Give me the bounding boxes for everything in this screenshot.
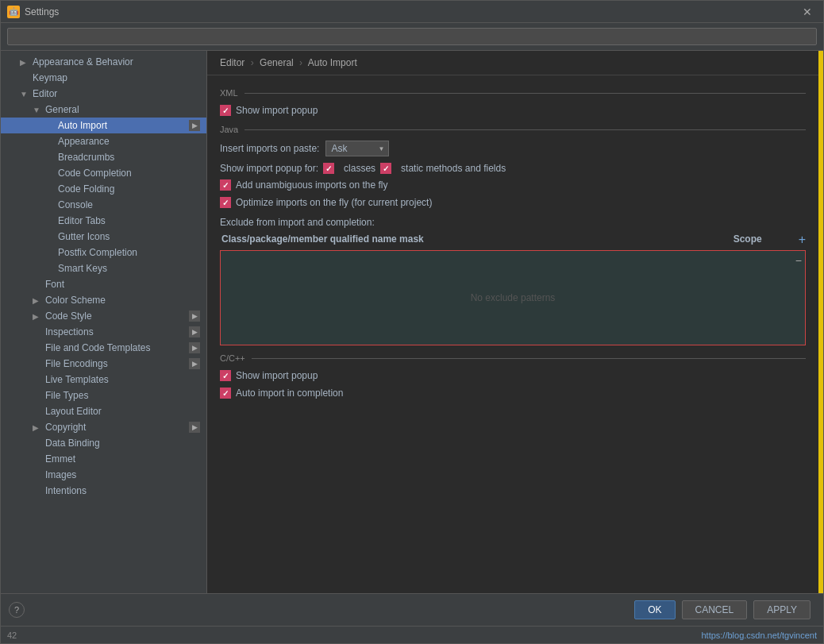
scrollbar-accent <box>818 51 823 593</box>
sidebar-item-label: Gutter Icons <box>58 231 110 242</box>
sidebar-item-auto-import[interactable]: Auto Import ▶ <box>1 118 206 133</box>
sidebar-item-label: Font <box>45 279 64 290</box>
sidebar-item-inspections[interactable]: Inspections ▶ <box>1 324 206 340</box>
sidebar-item-general[interactable]: General <box>1 102 206 118</box>
exclude-add-button[interactable]: + <box>799 233 806 247</box>
cpp-section-header: C/C++ <box>220 353 806 363</box>
sidebar-item-console[interactable]: Console <box>1 197 206 213</box>
sidebar-item-file-code-templates[interactable]: File and Code Templates ▶ <box>1 340 206 356</box>
insert-imports-select-wrapper: Ask Always Never <box>325 141 389 156</box>
content-area: Editor › General › Auto Import XML Show … <box>207 51 818 593</box>
sidebar-item-copyright[interactable]: Copyright ▶ <box>1 419 206 435</box>
sidebar-item-code-folding[interactable]: Code Folding <box>1 181 206 197</box>
cpp-label: C/C++ <box>220 353 245 363</box>
add-unambiguous-label: Add unambiguous imports on the fly <box>236 179 387 191</box>
apply-button[interactable]: APPLY <box>753 600 811 619</box>
sidebar-item-editor[interactable]: Editor <box>1 86 206 102</box>
sidebar-item-smart-keys[interactable]: Smart Keys <box>1 260 206 276</box>
sidebar-item-intentions[interactable]: Intentions <box>1 483 206 499</box>
sidebar-item-code-completion[interactable]: Code Completion <box>1 165 206 181</box>
sidebar-item-label: Auto Import <box>58 120 107 131</box>
sidebar-item-label: Data Binding <box>45 438 100 449</box>
sidebar-item-label: Keymap <box>33 72 67 83</box>
cpp-auto-import-checkbox[interactable] <box>220 388 231 399</box>
breadcrumb-general: General <box>260 57 294 68</box>
sidebar-item-label: General <box>45 104 79 115</box>
sidebar-item-label: Live Templates <box>45 374 109 385</box>
sidebar-item-label: File and Code Templates <box>45 342 151 353</box>
sidebar-item-emmet[interactable]: Emmet <box>1 451 206 467</box>
sidebar-badge: ▶ <box>189 310 200 322</box>
sidebar-item-data-binding[interactable]: Data Binding <box>1 435 206 451</box>
sidebar-item-gutter-icons[interactable]: Gutter Icons <box>1 229 206 245</box>
sidebar-badge: ▶ <box>189 422 200 433</box>
sidebar-item-label: Appearance <box>58 136 110 147</box>
cpp-show-import-popup-row: Show import popup <box>220 369 806 382</box>
sidebar-item-breadcrumbs[interactable]: Breadcrumbs <box>1 149 206 165</box>
sidebar-item-label: Editor Tabs <box>58 215 106 226</box>
sidebar-badge: ▶ <box>189 120 200 131</box>
static-label: static methods and fields <box>401 163 506 174</box>
status-url: https://blog.csdn.net/tgvincent <box>701 631 817 640</box>
chevron-icon <box>20 58 29 67</box>
sidebar-item-label: Breadcrumbs <box>58 152 114 163</box>
cpp-show-import-popup-checkbox[interactable] <box>220 370 231 381</box>
cpp-show-import-popup-label: Show import popup <box>236 370 318 381</box>
sidebar-item-keymap[interactable]: Keymap <box>1 70 206 86</box>
sidebar-item-label: Appearance & Behavior <box>33 56 133 67</box>
cancel-button[interactable]: CANCEL <box>682 600 748 619</box>
static-checkbox[interactable] <box>380 163 391 174</box>
chevron-icon <box>33 106 42 114</box>
show-import-popup-for-row: Show import popup for: classes static me… <box>220 163 806 174</box>
sidebar-item-label: Inspections <box>45 326 94 337</box>
sidebar-item-code-style[interactable]: Code Style ▶ <box>1 308 206 324</box>
sidebar-item-editor-tabs[interactable]: Editor Tabs <box>1 213 206 229</box>
sidebar-item-images[interactable]: Images <box>1 467 206 483</box>
sidebar-item-appearance[interactable]: Appearance <box>1 133 206 149</box>
sidebar-item-label: File Types <box>45 390 88 401</box>
exclude-col2: Scope <box>734 233 797 245</box>
status-line-number: 42 <box>7 631 17 640</box>
sidebar-item-postfix-completion[interactable]: Postfix Completion <box>1 245 206 260</box>
chevron-icon <box>20 90 29 98</box>
sidebar-item-label: Copyright <box>45 422 86 433</box>
search-bar <box>1 23 823 51</box>
sidebar-item-label: File Encodings <box>45 358 108 369</box>
sidebar-item-file-encodings[interactable]: File Encodings ▶ <box>1 356 206 372</box>
close-button[interactable]: ✕ <box>798 4 817 20</box>
classes-checkbox[interactable] <box>323 163 334 174</box>
sidebar-badge: ▶ <box>189 342 200 353</box>
classes-label: classes <box>344 163 375 174</box>
cpp-auto-import-label: Auto import in completion <box>236 388 343 399</box>
optimize-imports-checkbox[interactable] <box>220 197 231 208</box>
sidebar-item-font[interactable]: Font <box>1 276 206 292</box>
sidebar-item-layout-editor[interactable]: Layout Editor <box>1 403 206 419</box>
exclude-remove-button[interactable]: − <box>795 254 802 267</box>
content-body: XML Show import popup Java Insert import… <box>207 75 818 593</box>
status-bar: 42 https://blog.csdn.net/tgvincent <box>1 626 823 643</box>
exclude-placeholder: No exclude patterns <box>471 292 556 303</box>
sidebar-item-file-types[interactable]: File Types <box>1 388 206 403</box>
java-section-header: Java <box>220 125 806 134</box>
xml-show-import-popup-row: Show import popup <box>220 104 806 117</box>
main-area: Appearance & Behavior Keymap Editor Gene… <box>1 51 823 593</box>
sidebar-item-label: Editor <box>33 88 57 99</box>
java-label: Java <box>220 125 238 134</box>
insert-imports-row: Insert imports on paste: Ask Always Neve… <box>220 141 806 156</box>
ok-button[interactable]: OK <box>634 600 675 619</box>
sidebar-item-appearance-behavior[interactable]: Appearance & Behavior <box>1 54 206 70</box>
add-unambiguous-row: Add unambiguous imports on the fly <box>220 179 806 191</box>
add-unambiguous-checkbox[interactable] <box>220 179 231 191</box>
bottom-bar: ? OK CANCEL APPLY <box>1 593 823 626</box>
xml-show-import-popup-checkbox[interactable] <box>220 105 231 116</box>
sidebar-item-label: Color Scheme <box>45 295 106 306</box>
search-input[interactable] <box>7 28 817 45</box>
insert-imports-select[interactable]: Ask Always Never <box>325 141 389 156</box>
exclude-col1: Class/package/member qualified name mask <box>221 233 734 245</box>
window-title: Settings <box>25 6 798 17</box>
sidebar-item-live-templates[interactable]: Live Templates <box>1 372 206 388</box>
sidebar-item-color-scheme[interactable]: Color Scheme <box>1 292 206 308</box>
sidebar-item-label: Intentions <box>45 485 87 496</box>
help-button[interactable]: ? <box>9 602 25 618</box>
optimize-imports-row: Optimize imports on the fly (for current… <box>220 196 806 209</box>
